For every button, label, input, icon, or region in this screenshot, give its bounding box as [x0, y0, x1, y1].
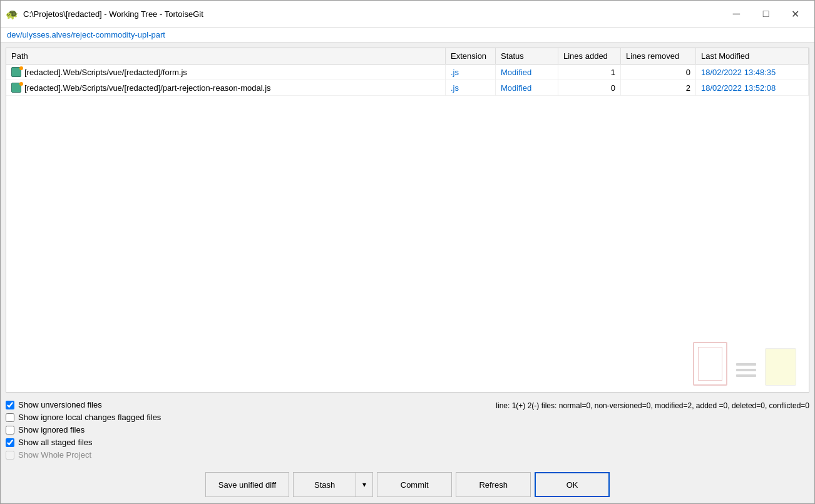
file-path-cell: [redacted].Web/Scripts/vue/[redacted]/pa…: [6, 80, 446, 96]
title-bar-left: 🐢 C:\Projetos\[redacted] - Working Tree …: [6, 8, 203, 20]
checkbox-cb-whole-project: [6, 451, 14, 460]
close-button[interactable]: ✕: [781, 4, 809, 23]
checkbox-cb-ignored[interactable]: [6, 426, 14, 435]
checkbox-cb-ignore-local[interactable]: [6, 413, 14, 422]
col-header-extension: Extension: [446, 48, 496, 64]
checkbox-row-cb-unversioned[interactable]: Show unversioned files: [6, 400, 161, 409]
checkboxes-and-status: Show unversioned filesShow ignore local …: [6, 398, 809, 462]
checkbox-label-cb-ignore-local: Show ignore local changes flagged files: [18, 413, 161, 422]
file-path-text: [redacted].Web/Scripts/vue/[redacted]/fo…: [24, 68, 187, 77]
file-path-cell: [redacted].Web/Scripts/vue/[redacted]/fo…: [6, 64, 446, 80]
col-header-lines-added: Lines added: [558, 48, 621, 64]
file-icon-img: [11, 83, 21, 93]
file-extension-cell: .js: [446, 64, 496, 80]
file-lines-added-cell: 0: [558, 80, 621, 96]
file-lines-removed-cell: 2: [621, 80, 696, 96]
minimize-button[interactable]: ─: [722, 4, 751, 23]
status-text: line: 1(+) 2(-) files: normal=0, non-ver…: [496, 400, 809, 411]
ok-button[interactable]: OK: [535, 472, 610, 497]
checkbox-row-cb-ignored[interactable]: Show ignored files: [6, 425, 161, 435]
file-icon: [11, 67, 21, 77]
file-table-body: [redacted].Web/Scripts/vue/[redacted]/fo…: [6, 64, 809, 96]
col-header-last-modified: Last Modified: [696, 48, 809, 64]
refresh-button[interactable]: Refresh: [456, 472, 531, 497]
file-last-modified-cell: 18/02/2022 13:48:35: [696, 64, 809, 80]
watermark-line-3: [736, 374, 756, 377]
watermark-note-icon: [765, 348, 796, 386]
watermark-doc-icon: [693, 342, 727, 386]
watermark-area: [693, 342, 796, 386]
checkboxes-col: Show unversioned filesShow ignore local …: [6, 400, 161, 460]
checkbox-row-cb-whole-project: Show Whole Project: [6, 450, 161, 460]
file-table: Path Extension Status Lines added Lines …: [6, 48, 809, 96]
stash-group: Stash ▾: [293, 472, 373, 497]
window-controls: ─ □ ✕: [722, 4, 809, 23]
file-lines-removed-cell: 0: [621, 64, 696, 80]
title-bar: 🐢 C:\Projetos\[redacted] - Working Tree …: [1, 1, 814, 28]
content-area: Path Extension Status Lines added Lines …: [1, 43, 814, 467]
stash-dropdown-button[interactable]: ▾: [356, 472, 373, 497]
table-row[interactable]: [redacted].Web/Scripts/vue/[redacted]/fo…: [6, 64, 809, 80]
button-bar: Save unified diff Stash ▾ Commit Refresh…: [1, 467, 814, 503]
file-icon-img: [11, 67, 21, 77]
watermark-line-2: [736, 369, 756, 371]
window-title: C:\Projetos\[redacted] - Working Tree - …: [23, 9, 203, 19]
watermark-list-icon: [734, 354, 759, 386]
commit-button[interactable]: Commit: [377, 472, 452, 497]
watermark-line-1: [736, 363, 756, 366]
checkbox-label-cb-whole-project: Show Whole Project: [18, 450, 91, 460]
maximize-button[interactable]: □: [752, 4, 780, 23]
table-header-row: Path Extension Status Lines added Lines …: [6, 48, 809, 64]
file-last-modified-cell: 18/02/2022 13:52:08: [696, 80, 809, 96]
checkbox-cb-staged[interactable]: [6, 438, 14, 447]
file-path-text: [redacted].Web/Scripts/vue/[redacted]/pa…: [24, 83, 271, 93]
checkbox-row-cb-ignore-local[interactable]: Show ignore local changes flagged files: [6, 413, 161, 422]
breadcrumb-link[interactable]: dev/ulysses.alves/reject-commodity-upl-p…: [7, 30, 165, 39]
save-unified-diff-button[interactable]: Save unified diff: [205, 472, 289, 497]
file-icon: [11, 83, 21, 93]
col-header-lines-removed: Lines removed: [621, 48, 696, 64]
app-icon: 🐢: [6, 8, 18, 20]
file-lines-added-cell: 1: [558, 64, 621, 80]
bottom-section: Show unversioned filesShow ignore local …: [6, 398, 809, 462]
col-header-status: Status: [496, 48, 558, 64]
checkbox-label-cb-staged: Show all staged files: [18, 438, 93, 447]
checkbox-label-cb-unversioned: Show unversioned files: [18, 400, 102, 409]
checkbox-cb-unversioned[interactable]: [6, 401, 14, 409]
col-header-path: Path: [6, 48, 446, 64]
file-status-cell: Modified: [496, 80, 558, 96]
file-extension-cell: .js: [446, 80, 496, 96]
file-table-container: Path Extension Status Lines added Lines …: [6, 48, 809, 393]
table-row[interactable]: [redacted].Web/Scripts/vue/[redacted]/pa…: [6, 80, 809, 96]
main-window: 🐢 C:\Projetos\[redacted] - Working Tree …: [0, 0, 815, 504]
checkbox-label-cb-ignored: Show ignored files: [18, 425, 85, 435]
breadcrumb-bar: dev/ulysses.alves/reject-commodity-upl-p…: [1, 28, 814, 43]
stash-button[interactable]: Stash: [293, 472, 356, 497]
file-status-cell: Modified: [496, 64, 558, 80]
checkbox-row-cb-staged[interactable]: Show all staged files: [6, 438, 161, 447]
